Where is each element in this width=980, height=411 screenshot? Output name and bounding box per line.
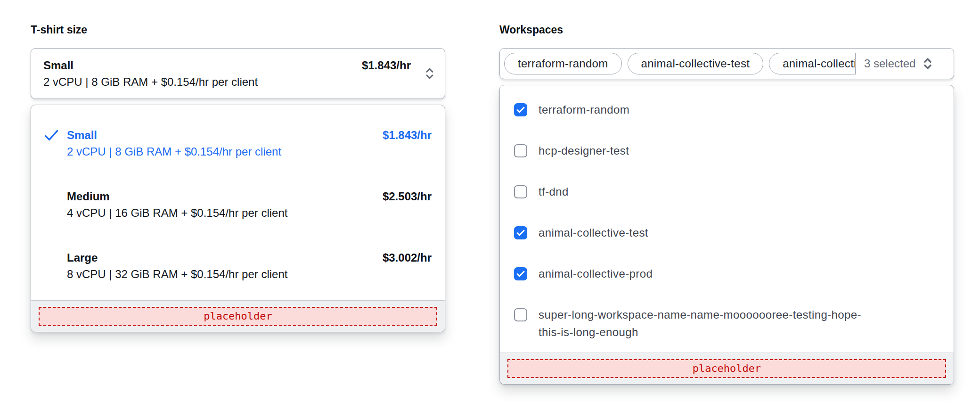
workspace-option[interactable]: animal-collective-test [500,212,954,253]
workspace-chip: animal-collective-test [628,53,764,74]
workspace-options-list: terraform-random hcp-designer-test tf-dn… [500,85,954,353]
dropdown-footer: placeholder [31,300,445,332]
chevron-up-down-icon [922,57,933,71]
tshirt-size-dropdown: Small 2 vCPU | 8 GiB RAM + $0.154/hr per… [31,105,445,332]
selected-size-title: Small [43,57,362,74]
size-option-text: Large 8 vCPU | 32 GiB RAM + $0.154/hr pe… [67,249,383,282]
selected-size-summary: Small 2 vCPU | 8 GiB RAM + $0.154/hr per… [43,57,362,90]
checkmark-icon [44,129,67,141]
checkbox[interactable] [514,226,527,239]
selected-count-summary: 3 selected [855,53,949,74]
placeholder-box: placeholder [39,307,437,326]
size-option-title: Large [67,249,383,266]
size-option-medium[interactable]: Medium 4 vCPU | 16 GiB RAM + $0.154/hr p… [31,174,445,235]
workspace-option-label: animal-collective-prod [539,265,653,282]
selected-size-description: 2 vCPU | 8 GiB RAM + $0.154/hr per clien… [43,74,362,90]
workspace-option-label: hcp-designer-test [539,142,629,159]
size-option-price: $1.843/hr [383,127,432,143]
workspace-option-label: terraform-random [539,101,629,118]
placeholder-box: placeholder [507,359,946,378]
checkbox[interactable] [514,267,527,280]
tshirt-size-label: T-shirt size [31,23,445,37]
checkbox[interactable] [514,308,527,321]
size-option-price: $3.002/hr [383,249,432,266]
checkbox[interactable] [514,103,527,116]
workspace-option[interactable]: super-long-workspace-name-name-moooooore… [500,294,954,353]
selected-count-label: 3 selected [864,57,915,70]
size-option-description: 4 vCPU | 16 GiB RAM + $0.154/hr per clie… [67,205,383,221]
workspace-option[interactable]: hcp-designer-test [500,130,954,171]
workspace-option-label: super-long-workspace-name-name-moooooore… [539,306,882,341]
size-option-text: Medium 4 vCPU | 16 GiB RAM + $0.154/hr p… [67,188,383,221]
workspaces-section: Workspaces terraform-random animal-colle… [499,23,954,385]
tshirt-size-section: T-shirt size Small 2 vCPU | 8 GiB RAM + … [31,23,445,332]
size-option-large[interactable]: Large 8 vCPU | 32 GiB RAM + $0.154/hr pe… [31,235,445,296]
checkbox[interactable] [514,144,527,157]
workspaces-label: Workspaces [499,23,954,37]
workspace-option-label: animal-collective-test [539,224,648,241]
workspace-option[interactable]: animal-collective-prod [500,253,954,294]
workspace-option[interactable]: tf-dnd [500,171,954,212]
workspaces-select-trigger[interactable]: terraform-random animal-collective-test … [499,48,954,79]
tshirt-size-select-trigger[interactable]: Small 2 vCPU | 8 GiB RAM + $0.154/hr per… [31,48,445,99]
size-option-description: 2 vCPU | 8 GiB RAM + $0.154/hr per clien… [67,143,383,160]
chevron-up-down-icon [424,66,435,81]
workspace-option[interactable]: terraform-random [500,89,954,130]
selected-size-price: $1.843/hr [362,57,411,74]
size-option-small[interactable]: Small 2 vCPU | 8 GiB RAM + $0.154/hr per… [31,113,445,174]
size-option-description: 8 vCPU | 32 GiB RAM + $0.154/hr per clie… [67,266,383,282]
size-options-list: Small 2 vCPU | 8 GiB RAM + $0.154/hr per… [31,105,445,300]
workspace-chip: terraform-random [504,53,622,74]
dropdown-footer: placeholder [500,353,954,384]
checkbox[interactable] [514,185,527,198]
size-option-price: $2.503/hr [383,188,432,205]
size-option-title: Medium [67,188,383,205]
workspace-option-label: tf-dnd [539,183,569,200]
size-option-title: Small [67,127,383,143]
size-option-text: Small 2 vCPU | 8 GiB RAM + $0.154/hr per… [67,127,383,160]
workspaces-dropdown: terraform-random hcp-designer-test tf-dn… [499,85,954,385]
